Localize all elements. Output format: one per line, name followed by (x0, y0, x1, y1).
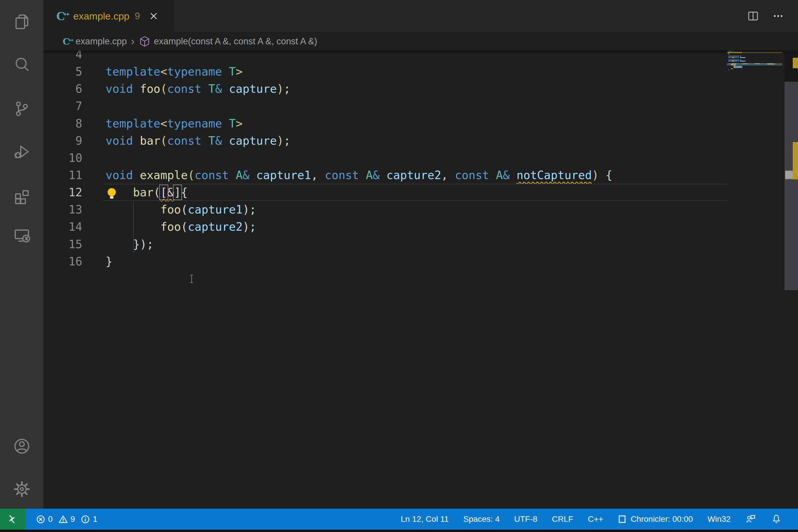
info-count: 1 (93, 514, 97, 524)
gear-icon (13, 480, 31, 498)
close-icon[interactable] (149, 11, 159, 21)
scrollbar-thumb[interactable] (784, 82, 798, 290)
code-line[interactable]: 10 (43, 149, 727, 167)
more-actions-icon[interactable] (772, 10, 784, 22)
line-number: 10 (43, 149, 82, 167)
search-icon (13, 55, 31, 74)
line-number: 16 (43, 253, 82, 270)
platform-status[interactable]: Win32 (708, 514, 730, 524)
remote-indicator[interactable] (0, 509, 26, 530)
code-line[interactable]: 15 }); (43, 236, 727, 253)
line-number: 5 (43, 63, 82, 80)
sidebar-item-extensions[interactable] (0, 179, 43, 211)
scrollbar[interactable] (784, 51, 798, 509)
overview-ruler-mark (793, 58, 798, 68)
code-editor[interactable]: 45template<typename T>6void foo(const T&… (43, 51, 727, 509)
code-line[interactable]: 4 (43, 51, 727, 63)
split-editor-icon[interactable] (747, 10, 760, 22)
cpp-file-icon: C++ (63, 36, 73, 47)
code-line[interactable]: 12 bar([&]{ (43, 184, 727, 201)
code-line[interactable]: 14 foo(capture2); (43, 218, 727, 235)
breadcrumb-file[interactable]: example.cpp (76, 36, 127, 47)
breadcrumb: C++ example.cpp › example(const A &, con… (43, 32, 798, 51)
remote-explorer-icon (13, 226, 31, 244)
encoding-status[interactable]: UTF-8 (514, 514, 537, 524)
activity-bar (0, 0, 43, 509)
cpp-file-icon: C++ (56, 10, 69, 23)
line-number: 7 (43, 97, 82, 115)
symbol-method-icon (138, 35, 151, 48)
files-icon (13, 13, 31, 31)
line-number: 4 (43, 51, 82, 63)
line-number: 11 (43, 167, 82, 184)
feedback-button[interactable] (745, 514, 756, 525)
lightbulb-icon[interactable] (107, 188, 116, 200)
sidebar-item-explorer[interactable] (0, 6, 43, 38)
warning-count: 9 (71, 514, 75, 524)
info-icon (81, 515, 90, 524)
code-line[interactable]: 9void bar(const T& capture); (43, 132, 727, 149)
sidebar-item-run-debug[interactable] (0, 136, 43, 168)
tab-label: example.cpp (73, 11, 130, 22)
warning-icon (59, 515, 68, 524)
line-number: 6 (43, 80, 82, 97)
account-icon (13, 437, 31, 456)
notifications-button[interactable] (771, 514, 782, 525)
editor-actions (747, 0, 784, 32)
source-control-icon (13, 99, 31, 118)
breadcrumb-symbol[interactable]: example(const A &, const A &, const A &) (154, 36, 317, 47)
minimap[interactable] (727, 51, 784, 509)
language-mode-status[interactable]: C++ (588, 514, 603, 524)
code-line[interactable]: 6void foo(const T& capture); (43, 80, 727, 97)
error-icon (36, 515, 45, 524)
overview-ruler-mark (785, 171, 793, 179)
code-line[interactable]: 16} (43, 253, 727, 270)
sidebar-item-remote-explorer[interactable] (0, 219, 43, 251)
account-button[interactable] (0, 430, 43, 462)
run-debug-icon (13, 142, 31, 161)
line-number: 14 (43, 218, 82, 235)
chronicler-status[interactable]: Chronicler: 00:00 (618, 514, 693, 524)
vscode-window: C++ example.cpp 9 C++ example.cpp › exam… (0, 0, 798, 532)
code-line[interactable]: 8template<typename T> (43, 115, 727, 132)
feedback-icon (745, 514, 756, 525)
line-number: 8 (43, 115, 82, 132)
problems-status[interactable]: 0 9 1 (36, 509, 97, 530)
line-number: 12 (43, 184, 82, 201)
code-line[interactable]: 13 foo(capture1); (43, 201, 727, 218)
indentation-status[interactable]: Spaces: 4 (463, 514, 500, 524)
line-number: 9 (43, 132, 82, 149)
bell-icon (771, 514, 782, 525)
chevron-right-icon: › (131, 37, 135, 46)
overview-ruler-mark (793, 142, 798, 179)
error-count: 0 (48, 514, 53, 524)
remote-indicator-icon (7, 514, 18, 525)
line-number: 13 (43, 201, 82, 218)
eol-status[interactable]: CRLF (552, 514, 573, 524)
extensions-icon (13, 186, 31, 205)
tab-example-cpp[interactable]: C++ example.cpp 9 (43, 0, 174, 32)
tab-bar: C++ example.cpp 9 (43, 0, 798, 32)
settings-button[interactable] (0, 473, 43, 505)
code-line[interactable]: 5template<typename T> (43, 63, 727, 80)
code-line[interactable]: 11void example(const A& capture1, const … (43, 167, 727, 184)
mouse-ibeam-cursor (189, 274, 194, 283)
tab-problems-badge: 9 (135, 11, 140, 22)
status-bar-right: Ln 12, Col 11 Spaces: 4 UTF-8 CRLF C++ C… (401, 509, 782, 530)
cursor-position-status[interactable]: Ln 12, Col 11 (401, 514, 449, 524)
line-number: 15 (43, 236, 82, 253)
code-line[interactable]: 7 (43, 97, 727, 115)
sidebar-item-search[interactable] (0, 49, 43, 80)
status-bar: 0 9 1 Ln 12, Col 11 Spaces: 4 UTF-8 CRLF… (0, 509, 798, 530)
window-bottom-edge (0, 530, 798, 532)
sidebar-item-source-control[interactable] (0, 93, 43, 125)
chronicler-icon (618, 514, 627, 524)
